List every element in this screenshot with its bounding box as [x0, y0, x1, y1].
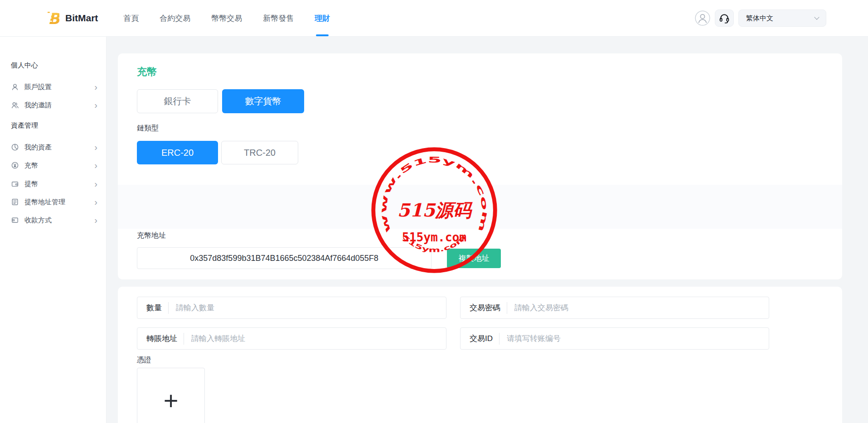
user-avatar[interactable]: [695, 10, 710, 26]
transfer-address-label: 轉賬地址: [146, 333, 177, 344]
chain-type-label: 鏈類型: [137, 124, 159, 133]
tab-trc20[interactable]: TRC-20: [221, 141, 298, 164]
chevron-right-icon: ›: [94, 143, 97, 151]
transfer-address-field-group: 轉賬地址: [137, 327, 446, 350]
deposit-card: 充幣 銀行卡 數字貨幣 鏈類型 ERC-20 TRC-20 充幣地址 0x357…: [118, 53, 842, 279]
copy-address-button[interactable]: 複製地址: [447, 249, 501, 268]
bitmart-logo-icon: B: [47, 9, 59, 27]
chevron-right-icon: ›: [94, 216, 97, 224]
deposit-method-tabs: 銀行卡 數字貨幣: [137, 89, 304, 113]
chevron-right-icon: ›: [94, 180, 97, 188]
trade-password-input[interactable]: [514, 303, 769, 312]
nav-item-new-coin-sale[interactable]: 新幣發售: [263, 0, 294, 36]
field-divider: [184, 333, 184, 345]
user-icon: [11, 83, 19, 91]
pie-chart-icon: [11, 143, 19, 151]
tab-erc20[interactable]: ERC-20: [137, 141, 218, 164]
deposit-info-panel: [118, 185, 842, 229]
navbar-right-cluster: 繁体中文: [695, 10, 826, 27]
address-book-icon: [11, 198, 19, 206]
amount-input[interactable]: [176, 303, 446, 312]
top-navbar: B BitMart 首頁 合約交易 幣幣交易 新幣發售 理財: [0, 0, 868, 37]
sidebar-item-my-assets[interactable]: 我的資產 ›: [0, 141, 107, 154]
users-icon: [11, 101, 19, 109]
voucher-upload-box[interactable]: +: [137, 368, 205, 423]
wallet-icon: [11, 180, 19, 188]
brand-name: BitMart: [65, 13, 98, 24]
amount-field-group: 數量: [137, 297, 446, 319]
chevron-down-icon: [814, 14, 819, 19]
sidebar-item-account-settings[interactable]: 賬戶設置 ›: [0, 81, 107, 93]
deposit-address-row: 0x357d83f599b31B74B1665c502384Af7664d055…: [137, 247, 501, 269]
field-divider: [499, 333, 499, 345]
field-divider: [168, 302, 169, 314]
chain-type-tabs: ERC-20 TRC-20: [137, 141, 298, 164]
trade-password-field-group: 交易密碼: [460, 297, 769, 319]
sidebar-item-my-invitations[interactable]: 我的邀請 ›: [0, 99, 107, 111]
active-nav-underline: [316, 34, 329, 36]
chevron-right-icon: ›: [94, 83, 97, 91]
transaction-id-input[interactable]: [507, 334, 769, 343]
main-nav: 首頁 合約交易 幣幣交易 新幣發售 理財: [123, 0, 330, 36]
chevron-right-icon: ›: [94, 161, 97, 169]
brand-logo[interactable]: B BitMart: [47, 9, 98, 27]
nav-item-contract-trading[interactable]: 合約交易: [160, 0, 190, 36]
bitmart-deposit-page: B BitMart 首頁 合約交易 幣幣交易 新幣發售 理財: [0, 0, 868, 423]
customer-support-button[interactable]: [715, 10, 734, 27]
coin-deposit-icon: [11, 161, 19, 169]
language-selector[interactable]: 繁体中文: [738, 10, 826, 27]
deposit-address-value: 0x357d83f599b31B74B1665c502384Af7664d055…: [137, 247, 432, 269]
chevron-right-icon: ›: [94, 198, 97, 206]
amount-label: 數量: [146, 303, 162, 313]
sidebar-item-payment-methods[interactable]: 收款方式 ›: [0, 214, 107, 226]
nav-item-spot-trading[interactable]: 幣幣交易: [211, 0, 242, 36]
transaction-id-field-group: 交易ID: [460, 327, 769, 350]
transaction-id-label: 交易ID: [470, 333, 493, 344]
sidebar-item-deposit[interactable]: 充幣 ›: [0, 159, 107, 172]
tab-digital-currency[interactable]: 數字貨幣: [222, 89, 304, 113]
field-divider: [507, 302, 507, 314]
tab-bank-card[interactable]: 銀行卡: [137, 89, 218, 113]
nav-item-home[interactable]: 首頁: [123, 0, 139, 36]
user-avatar-icon: [695, 10, 710, 26]
sidebar-item-withdraw-address-management[interactable]: 提幣地址管理 ›: [0, 196, 107, 208]
transfer-form-card: 數量 交易密碼 轉賬地址 交易ID 憑證 +: [118, 287, 842, 423]
nav-item-finance[interactable]: 理財: [315, 0, 330, 36]
language-label: 繁体中文: [746, 14, 773, 23]
plus-icon: +: [164, 386, 179, 415]
sidebar-section-asset-management: 資產管理: [11, 121, 38, 130]
deposit-address-label: 充幣地址: [137, 231, 166, 240]
voucher-label: 憑證: [137, 356, 151, 365]
deposit-title: 充幣: [137, 65, 157, 79]
headset-icon: [719, 13, 729, 24]
trade-password-label: 交易密碼: [470, 303, 500, 313]
transfer-address-input[interactable]: [191, 334, 446, 343]
sidebar-item-withdraw[interactable]: 提幣 ›: [0, 178, 107, 190]
payment-method-icon: [11, 216, 19, 224]
sidebar: 個人中心 賬戶設置 › 我的邀請 › 資產管理 我的資產 ›: [0, 37, 107, 423]
sidebar-section-personal-center: 個人中心: [11, 61, 38, 70]
chevron-right-icon: ›: [94, 101, 97, 109]
